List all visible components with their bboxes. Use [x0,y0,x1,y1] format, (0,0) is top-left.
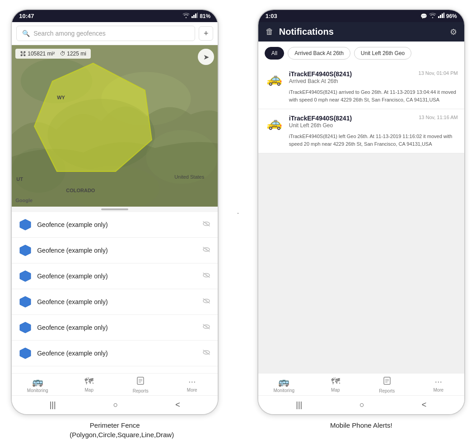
right-map-label: Map [331,388,340,393]
notif-2-timestamp: 13 Nov, 11:16 AM [419,115,458,120]
left-time: 10:47 [19,13,34,19]
search-input[interactable]: 🔍 Search among geofences [16,26,195,41]
map-label: Map [84,388,93,393]
left-status-right: 81% [182,13,210,19]
geo-eye-2[interactable] [202,272,210,280]
area-stat: 105821 mi² [20,51,55,57]
right-status-bar: 1:03 💬 [258,10,464,22]
svg-marker-11 [34,63,152,171]
car-avatar-1: 🚕 [265,70,285,87]
add-button[interactable]: + [199,26,213,41]
right-menu-btn[interactable]: ||| [296,400,302,410]
geo-name-5: Geofence (example only) [37,350,197,357]
map-area: 105821 mi² ⏱ 1225 mi ➤ WY United States … [12,45,218,207]
scroll-indicator [12,207,218,212]
menu-btn[interactable]: ||| [50,400,56,410]
notif-1-header: 🚕 iTrackEF4940S(8241) 13 Nov, 01:04 PM A… [265,70,458,87]
right-reports-label: Reports [379,388,395,393]
delete-icon[interactable]: 🗑 [266,27,274,37]
right-nav-reports[interactable]: Reports [361,376,413,393]
left-caption: Perimeter Fence (Polygon,Circle,Square,L… [70,420,160,439]
notif-2-detail: iTrackEF4940S(8241) left Geo 26th. At 11… [289,133,458,148]
svg-point-19 [205,249,207,250]
svg-point-31 [205,351,207,353]
right-monitoring-label: Monitoring [273,388,294,393]
filter-arrived[interactable]: Arrived Back At 26th [288,47,350,60]
notification-2[interactable]: 🚕 iTrackEF4940S(8241) 13 Nov, 11:16 AM U… [258,109,464,153]
svg-rect-36 [438,16,439,18]
geofence-item-1[interactable]: Geofence (example only) [12,238,218,263]
nav-reports[interactable]: Reports [115,376,166,393]
geofence-list[interactable]: Geofence (example only) Geofence (exampl… [12,212,218,374]
right-monitoring-icon: 🚌 [278,376,289,387]
wifi-icon [182,13,190,19]
search-icon: 🔍 [22,30,30,37]
right-nav-map[interactable]: 🗺 Map [310,376,361,393]
notif-1-detail: iTrackEF4940S(8241) arrived to Geo 26th.… [289,88,458,103]
filter-unit-left[interactable]: Unit Left 26th Geo [354,47,411,60]
geofence-item-4[interactable]: Geofence (example only) [12,315,218,341]
filter-all[interactable]: All [265,47,284,60]
nav-more[interactable]: ··· More [166,376,218,393]
right-home-btn[interactable]: ○ [359,400,364,410]
geo-eye-1[interactable] [202,246,210,254]
nav-monitoring[interactable]: 🚌 Monitoring [12,376,63,393]
geofence-item-3[interactable]: Geofence (example only) [12,289,218,315]
svg-rect-2 [195,14,196,18]
right-bottom-nav: 🚌 Monitoring 🗺 Map Reports [258,373,464,395]
geofence-icon-5 [19,347,32,360]
notif-1-timestamp: 13 Nov, 01:04 PM [419,70,458,76]
notifications-title: Notifications [279,27,444,37]
separator: · [237,9,239,218]
geo-name-3: Geofence (example only) [37,298,197,305]
filter-tabs: All Arrived Back At 26th Unit Left 26th … [258,42,464,65]
signal-icon [191,13,198,19]
settings-icon[interactable]: ⚙ [450,27,457,37]
map-label-co: COLORADO [66,188,95,193]
svg-rect-38 [442,14,443,18]
geofence-item-0[interactable]: Geofence (example only) [12,212,218,238]
notif-1-device: iTrackEF4940S(8241) [289,70,352,78]
right-battery: 96% [446,13,457,19]
geo-eye-5[interactable] [202,349,210,357]
left-battery: 81% [200,13,210,19]
right-status-right: 💬 96% [420,13,457,19]
right-caption: Mobile Phone Alerts! [330,420,392,430]
geo-eye-3[interactable] [202,298,210,306]
reports-icon [136,376,145,388]
car-avatar-2: 🚕 [265,115,285,131]
right-nav-monitoring[interactable]: 🚌 Monitoring [258,376,310,393]
svg-rect-39 [443,13,444,18]
geofence-icon-0 [19,218,32,231]
svg-marker-26 [20,322,31,333]
svg-marker-20 [20,271,31,282]
monitoring-label: Monitoring [27,388,48,393]
empty-space [258,153,464,244]
more-icon: ··· [188,376,196,387]
map-label-ut: UT [16,176,23,182]
home-btn[interactable]: ○ [113,400,118,410]
geofence-icon-1 [19,244,32,257]
notification-1[interactable]: 🚕 iTrackEF4940S(8241) 13 Nov, 01:04 PM A… [258,65,464,109]
geo-eye-4[interactable] [202,323,210,332]
notif-1-event: Arrived Back At 26th [289,78,458,84]
reports-label: Reports [133,388,149,393]
map-polygon [30,59,156,176]
right-more-label: More [433,388,443,393]
right-back-btn[interactable]: < [422,400,427,410]
map-compass[interactable]: ➤ [198,49,214,65]
svg-point-28 [205,326,207,328]
scroll-bar [101,208,128,210]
car-emoji-1: 🚕 [266,71,282,86]
geo-eye-0[interactable] [202,221,210,229]
notif-1-info: iTrackEF4940S(8241) 13 Nov, 01:04 PM Arr… [289,70,458,84]
right-nav-more[interactable]: ··· More [413,376,464,393]
back-btn[interactable]: < [175,400,180,410]
geo-name-2: Geofence (example only) [37,272,197,280]
svg-point-16 [205,223,207,225]
notifications-list: 🚕 iTrackEF4940S(8241) 13 Nov, 01:04 PM A… [258,65,464,373]
geofence-item-5[interactable]: Geofence (example only) [12,341,218,366]
notif-2-device: iTrackEF4940S(8241) [289,115,352,122]
nav-map[interactable]: 🗺 Map [63,376,115,393]
geofence-item-2[interactable]: Geofence (example only) [12,263,218,289]
